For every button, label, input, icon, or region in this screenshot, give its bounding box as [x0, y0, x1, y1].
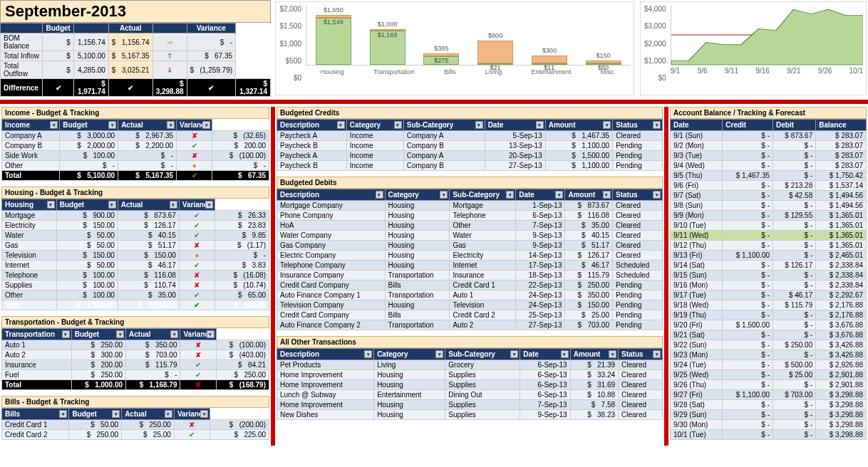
table-row[interactable]: Home ImprovementHousingSupplies6-Sep-13$… [277, 380, 663, 390]
table-row[interactable]: 9/9 (Mon)$ -$ 129.55$ 1,365.01 [671, 211, 867, 221]
table-row[interactable]: 9/22 (Sun)$ -$ 250.00$ 3,426.88 [671, 340, 867, 350]
tracking-table[interactable]: Housing▾Budget▾Actual▾Variance▾Mortgage$… [1, 199, 269, 310]
column-header[interactable]: Income▾ [2, 120, 60, 131]
table-row[interactable]: Gas CompanyHousingGas9-Sep-13$ 51.17Clea… [277, 241, 663, 251]
table-row[interactable]: 9/11 (Wed)$ -$ -$ 1,365.01 [671, 231, 867, 241]
table-row[interactable]: Paycheck BIncomeCompany B13-Sep-13$ 1,10… [277, 141, 663, 151]
table-row[interactable]: 9/7 (Sat)$ -$ 42.58$ 1,494.56 [671, 191, 867, 201]
table-row[interactable]: 9/15 (Sun)$ -$ -$ 2,338.84 [671, 271, 867, 280]
table-row[interactable]: 9/21 (Sat)$ -$ -$ 3,676.88 [671, 330, 867, 340]
filter-dropdown-icon[interactable]: ▾ [603, 121, 611, 129]
table-row[interactable]: Other$ -$ -●$ - [2, 161, 269, 171]
filter-dropdown-icon[interactable]: ▾ [207, 330, 215, 338]
column-header[interactable]: Sub-Category▾ [445, 349, 520, 360]
column-header[interactable]: Description▾ [277, 349, 374, 360]
balance-table[interactable]: DateCreditDebitBalance9/1 (Sun)$ -$ 873.… [670, 119, 867, 440]
column-header[interactable]: Transportation▾ [2, 329, 72, 340]
filter-dropdown-icon[interactable]: ▾ [555, 191, 563, 199]
table-row[interactable]: 9/1 (Sun)$ -$ 873.67$ 283.07 [671, 131, 867, 141]
filter-dropdown-icon[interactable]: ▾ [47, 201, 55, 209]
table-row[interactable]: 9/23 (Mon)$ -$ -$ 3,426.88 [671, 350, 867, 360]
filter-dropdown-icon[interactable]: ▾ [653, 191, 661, 199]
table-row[interactable]: Company B$ 2,000.00$ 2,200.00✔$ 200.00 [2, 141, 269, 151]
column-header[interactable]: Credit [723, 120, 773, 131]
filter-dropdown-icon[interactable]: ▾ [108, 201, 116, 209]
transaction-table[interactable]: Description▾Category▾Sub-Category▾Date▾A… [277, 119, 663, 171]
filter-dropdown-icon[interactable]: ▾ [653, 350, 661, 358]
table-row[interactable]: 9/4 (Wed)$ -$ -$ 283.07 [671, 161, 867, 171]
table-row[interactable]: Pet ProductsLivingGrocery6-Sep-13$ 21.39… [277, 360, 663, 370]
column-header[interactable]: Variance▾ [180, 329, 216, 340]
tracking-table[interactable]: Bills▾Budget▾Actual▾Variance▾Credit Card… [1, 408, 269, 440]
filter-dropdown-icon[interactable]: ▾ [170, 330, 178, 338]
table-row[interactable]: Water$ 50.00$ 40.15✔$ 9.85 [2, 231, 269, 241]
table-row[interactable]: Telephone CompanyHousingInternet17-Sep-1… [277, 261, 663, 271]
table-row[interactable]: Home ImprovementHousingSupplies6-Sep-13$… [277, 370, 663, 380]
table-row[interactable]: 9/6 (Fri)$ -$ 213.28$ 1,537.14 [671, 181, 867, 191]
table-row[interactable]: Telephone$ 100.00$ 116.08✘$ (16.08) [2, 271, 269, 280]
table-row[interactable]: 9/14 (Sat)$ -$ 126.17$ 2,338.84 [671, 261, 867, 271]
column-header[interactable]: Category▾ [374, 349, 445, 360]
table-row[interactable]: Paycheck AIncomeCompany A5-Sep-13$ 1,467… [277, 131, 663, 141]
table-row[interactable]: Other$ 100.00$ 35.00✔$ 65.00 [2, 290, 269, 300]
column-header[interactable]: Status▾ [619, 349, 663, 360]
filter-dropdown-icon[interactable]: ▾ [59, 410, 67, 418]
filter-dropdown-icon[interactable]: ▾ [475, 121, 483, 129]
filter-dropdown-icon[interactable]: ▾ [440, 191, 448, 199]
table-row[interactable]: 9/28 (Sat)$ -$ -$ 3,298.88 [671, 400, 867, 410]
filter-dropdown-icon[interactable]: ▾ [202, 121, 210, 129]
filter-dropdown-icon[interactable]: ▾ [364, 350, 372, 358]
filter-dropdown-icon[interactable]: ▾ [536, 121, 544, 129]
table-row[interactable]: 9/19 (Thu)$ -$ -$ 2,176.88 [671, 310, 867, 320]
table-row[interactable]: Credit Card 1$ 50.00$ 250.00✘$ (200.00) [2, 420, 269, 430]
table-row[interactable]: 9/17 (Tue)$ -$ 46.17$ 2,292.67 [671, 290, 867, 300]
filter-dropdown-icon[interactable]: ▾ [108, 121, 116, 129]
table-row[interactable]: 9/2 (Mon)$ -$ -$ 283.07 [671, 141, 867, 151]
column-header[interactable]: Actual▾ [122, 409, 175, 420]
table-row[interactable]: 9/25 (Wed)$ -$ 25.00$ 2,901.88 [671, 370, 867, 380]
table-row[interactable]: 9/30 (Mon)$ -$ -$ 3,298.88 [671, 420, 867, 430]
filter-dropdown-icon[interactable]: ▾ [510, 350, 518, 358]
table-row[interactable]: Credit Card 2$ 250.00$ 25.00✔$ 225.00 [2, 430, 269, 440]
table-row[interactable]: 9/10 (Tue)$ -$ -$ 1,365.01 [671, 221, 867, 231]
column-header[interactable]: Status▾ [612, 189, 662, 201]
column-header[interactable]: Budget▾ [71, 329, 125, 340]
filter-dropdown-icon[interactable]: ▾ [165, 410, 172, 418]
column-header[interactable]: Date [671, 120, 723, 131]
column-header[interactable]: Amount▾ [545, 120, 612, 131]
table-row[interactable]: Water CompanyHousingWater9-Sep-13$ 40.15… [277, 231, 663, 241]
table-row[interactable]: Auto 1$ 250.00$ 350.00✘$ (100.00) [2, 340, 269, 350]
table-row[interactable]: 9/29 (Sun)$ -$ -$ 3,298.88 [671, 410, 867, 420]
column-header[interactable]: Actual▾ [118, 199, 179, 211]
table-row[interactable]: Mortgage CompanyHousingMortgage1-Sep-13$… [277, 201, 663, 211]
column-header[interactable]: Description▾ [277, 189, 386, 201]
table-row[interactable]: Auto Finance Company 1TransportationAuto… [277, 290, 663, 300]
table-row[interactable]: 9/20 (Fri)$ 1,500.00$ -$ 3,676.88 [671, 320, 867, 330]
table-row[interactable]: 9/18 (Wed)$ -$ 115.79$ 2,176.88 [671, 300, 867, 310]
filter-dropdown-icon[interactable]: ▾ [603, 191, 611, 199]
column-header[interactable]: Category▾ [385, 189, 450, 201]
column-header[interactable]: Amount▾ [565, 189, 613, 201]
table-row[interactable]: Insurance CompanyTransportationInsurance… [277, 271, 663, 280]
table-row[interactable]: 9/27 (Fri)$ 1,100.00$ 703.00$ 3,298.88 [671, 390, 867, 400]
table-row[interactable]: Phone CompanyHousingTelephone6-Sep-13$ 1… [277, 211, 663, 221]
table-row[interactable]: 9/12 (Thu)$ -$ -$ 1,365.01 [671, 241, 867, 251]
column-header[interactable]: Budget▾ [56, 199, 118, 211]
filter-dropdown-icon[interactable]: ▾ [116, 330, 124, 338]
table-row[interactable]: Gas$ 50.00$ 51.17✘$ (1.17) [2, 241, 269, 251]
filter-dropdown-icon[interactable]: ▾ [112, 410, 120, 418]
table-row[interactable]: Fuel$ 250.00$ -✔$ 250.00 [2, 370, 269, 380]
filter-dropdown-icon[interactable]: ▾ [50, 121, 58, 129]
column-header[interactable]: Budget▾ [69, 409, 122, 420]
column-header[interactable]: Variance▾ [174, 409, 210, 420]
table-row[interactable]: Supplies$ 100.00$ 110.74✘$ (10.74) [2, 280, 269, 290]
table-row[interactable]: 9/3 (Tue)$ -$ -$ 283.07 [671, 151, 867, 161]
column-header[interactable]: Balance [816, 120, 867, 131]
filter-dropdown-icon[interactable]: ▾ [506, 191, 514, 199]
table-row[interactable]: 9/13 (Fri)$ 1,100.00$ -$ 2,465.01 [671, 251, 867, 261]
tracking-table[interactable]: Income▾Budget▾Actual▾Variance▾Company A$… [1, 119, 269, 181]
table-row[interactable]: Credit Card CompanyBillsCredit Card 225-… [277, 310, 663, 320]
column-header[interactable]: Date▾ [516, 189, 565, 201]
column-header[interactable]: Actual▾ [118, 120, 177, 131]
table-row[interactable]: Auto 2$ 300.00$ 703.00✘$ (403.00) [2, 350, 269, 360]
